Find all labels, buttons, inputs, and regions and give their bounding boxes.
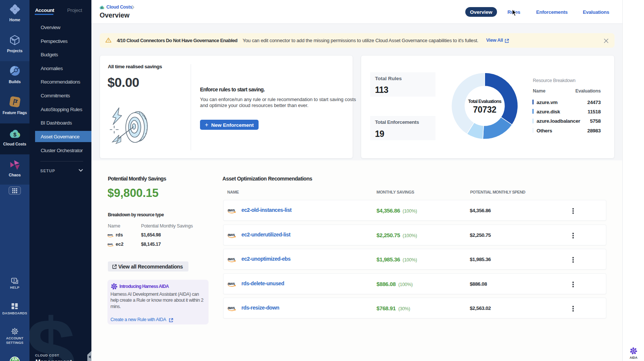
svg-text:$: $ xyxy=(13,131,17,138)
svg-text:aws: aws xyxy=(228,232,235,237)
svg-text:aws: aws xyxy=(228,257,235,261)
svg-text:aws: aws xyxy=(228,281,235,286)
svg-text:aws: aws xyxy=(107,242,113,246)
svg-text:?: ? xyxy=(13,279,15,282)
svg-text:aws: aws xyxy=(107,233,113,236)
svg-text:aws: aws xyxy=(228,208,235,212)
svg-text:aws: aws xyxy=(228,305,235,310)
